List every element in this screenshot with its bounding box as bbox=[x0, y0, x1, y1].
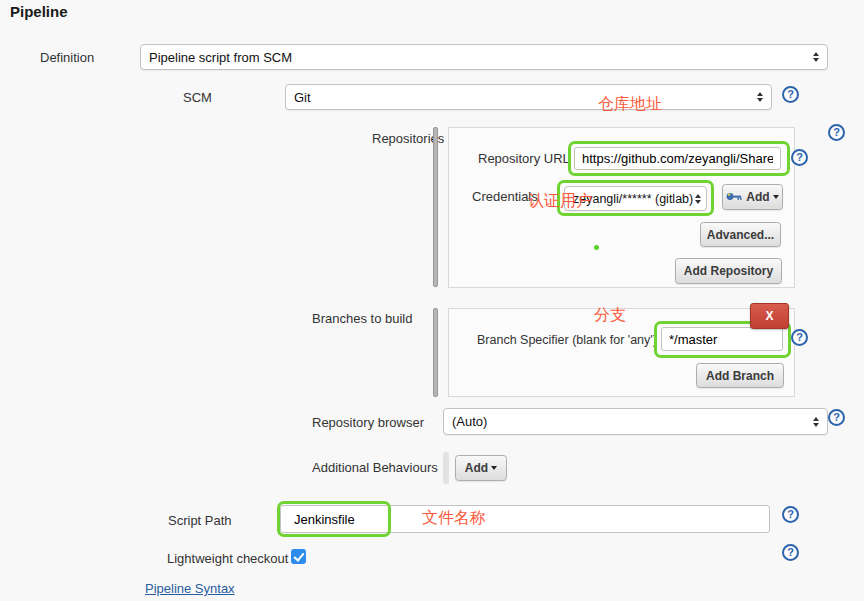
branches-section-label: Branches to build bbox=[312, 311, 412, 326]
delete-branch-label: X bbox=[765, 309, 773, 323]
repository-browser-value: (Auto) bbox=[452, 414, 487, 429]
advanced-button-label: Advanced... bbox=[707, 228, 774, 242]
annotation-file-name: 文件名称 bbox=[422, 508, 486, 529]
annotation-branch: 分支 bbox=[594, 305, 626, 326]
add-repository-button[interactable]: Add Repository bbox=[675, 258, 782, 284]
repository-url-label: Repository URL bbox=[478, 151, 570, 166]
add-repository-label: Add Repository bbox=[684, 264, 773, 278]
help-icon[interactable]: ? bbox=[828, 124, 845, 141]
branch-drag-handle[interactable] bbox=[433, 308, 438, 397]
add-branch-label: Add Branch bbox=[706, 369, 774, 383]
select-arrows-icon bbox=[757, 92, 763, 102]
select-arrows-icon bbox=[813, 417, 819, 427]
help-icon[interactable]: ? bbox=[782, 86, 799, 103]
definition-select-value: Pipeline script from SCM bbox=[149, 50, 292, 65]
annotation-repo-address: 仓库地址 bbox=[598, 94, 662, 115]
pipeline-syntax-link[interactable]: Pipeline Syntax bbox=[145, 581, 235, 596]
lightweight-checkout-checkbox[interactable] bbox=[291, 549, 306, 564]
definition-label: Definition bbox=[40, 50, 94, 65]
select-arrows-icon bbox=[813, 52, 819, 62]
help-icon[interactable]: ? bbox=[791, 329, 808, 346]
delete-branch-button[interactable]: X bbox=[750, 303, 789, 329]
advanced-button[interactable]: Advanced... bbox=[700, 222, 781, 247]
branch-specifier-label: Branch Specifier (blank for 'any') bbox=[477, 333, 657, 347]
pipeline-config-page: Pipeline Definition Pipeline script from… bbox=[0, 0, 864, 614]
help-icon[interactable]: ? bbox=[791, 149, 808, 166]
help-icon[interactable]: ? bbox=[828, 409, 845, 426]
repository-browser-select[interactable]: (Auto) bbox=[443, 408, 828, 435]
branch-specifier-input[interactable] bbox=[661, 327, 783, 351]
additional-behaviours-label: Additional Behaviours bbox=[312, 460, 438, 475]
repository-drag-handle[interactable] bbox=[433, 127, 438, 287]
add-credentials-label: Add bbox=[746, 190, 769, 204]
key-icon bbox=[726, 190, 742, 204]
caret-down-icon bbox=[491, 466, 497, 470]
add-credentials-button[interactable]: Add bbox=[722, 184, 783, 210]
lightweight-checkout-label: Lightweight checkout bbox=[167, 551, 288, 566]
repository-browser-label: Repository browser bbox=[312, 415, 424, 430]
script-path-label: Script Path bbox=[168, 513, 232, 528]
add-branch-button[interactable]: Add Branch bbox=[696, 363, 784, 388]
page-title: Pipeline bbox=[10, 3, 68, 20]
add-behaviour-button[interactable]: Add bbox=[455, 455, 507, 481]
add-behaviour-label: Add bbox=[465, 461, 488, 475]
behaviours-insert-bar bbox=[443, 452, 449, 484]
scm-select-value: Git bbox=[294, 90, 311, 105]
caret-down-icon bbox=[773, 195, 779, 199]
script-path-input[interactable] bbox=[280, 505, 770, 533]
help-icon[interactable]: ? bbox=[782, 544, 799, 561]
annotation-dot bbox=[594, 245, 599, 250]
definition-select[interactable]: Pipeline script from SCM bbox=[140, 44, 828, 70]
scm-label: SCM bbox=[183, 90, 212, 105]
repository-url-input[interactable] bbox=[574, 147, 781, 170]
help-icon[interactable]: ? bbox=[782, 506, 799, 523]
scm-select[interactable]: Git bbox=[285, 84, 772, 110]
select-arrows-icon bbox=[695, 194, 701, 204]
annotation-auth-user: 认证用户 bbox=[528, 191, 592, 212]
